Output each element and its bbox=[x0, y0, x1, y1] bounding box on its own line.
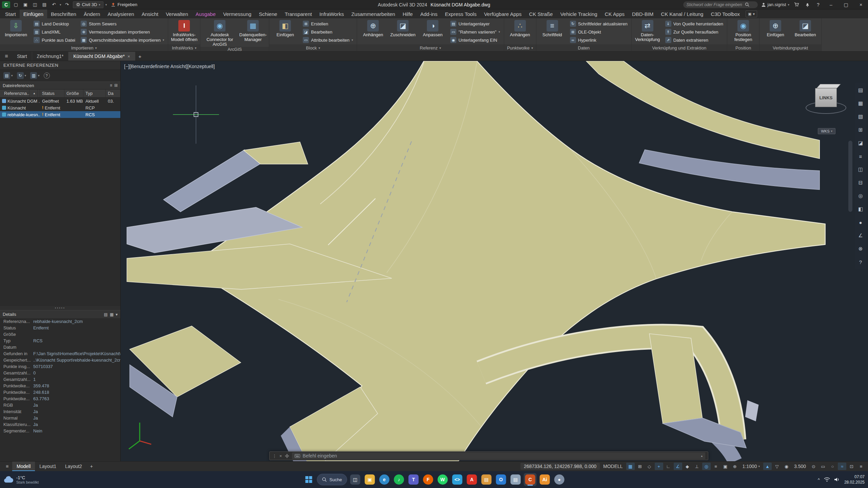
file-tab[interactable]: Küsnacht DGM Abgabe* × bbox=[68, 52, 135, 61]
connection-point-insert-button[interactable]: ⊕ Einfügen bbox=[761, 19, 790, 44]
section-plane-icon[interactable]: ⊗ bbox=[856, 245, 865, 253]
command-history-caret-icon[interactable]: ▴ bbox=[701, 454, 703, 458]
workspace-switching-icon[interactable]: ⊙ bbox=[809, 463, 818, 470]
command-close-icon[interactable]: × bbox=[279, 453, 282, 459]
dynamic-input-toggle[interactable]: + bbox=[655, 463, 663, 470]
named-views-icon[interactable]: ◎ bbox=[856, 192, 865, 200]
arcgis-connector-button[interactable]: ◉ Autodesk Connector for ArcGIS bbox=[202, 19, 237, 47]
taskbar-search-input[interactable]: Suche bbox=[317, 474, 347, 485]
markup-import-icon[interactable]: ◪ bbox=[856, 139, 865, 147]
land-desktop-button[interactable]: ▤Land Desktop bbox=[32, 20, 77, 28]
attach-file-button[interactable]: ▤▾ bbox=[3, 72, 13, 79]
xref-clip-button[interactable]: ◪ Zuschneiden bbox=[389, 19, 417, 44]
ucs-selector[interactable]: WKS ▾ bbox=[818, 128, 835, 134]
frames-vary-dropdown[interactable]: ▭"Rahmen variieren"▾ bbox=[448, 28, 502, 36]
taskbar-app-teams[interactable]: T bbox=[407, 473, 420, 486]
ribbon-tab[interactable]: DBD-BIM bbox=[628, 9, 657, 18]
taskbar-app-outlook[interactable]: O bbox=[494, 473, 507, 486]
qat-customize-caret-icon[interactable]: ▾ bbox=[105, 3, 107, 6]
navigation-bar-ghost[interactable] bbox=[848, 141, 852, 212]
taskbar-app-folder[interactable]: ▤ bbox=[480, 473, 493, 486]
measure-icon[interactable]: ∠ bbox=[856, 231, 865, 240]
data-link-button[interactable]: ⇄ Daten-Verknüpfung bbox=[633, 19, 662, 44]
close-button[interactable]: × bbox=[855, 0, 867, 9]
clean-screen-icon[interactable]: ⊡ bbox=[847, 463, 856, 470]
xref-row[interactable]: Küsnacht !Entfernt RCP bbox=[0, 104, 120, 111]
ribbon-tab[interactable]: Zusammenarbeiten bbox=[348, 9, 399, 18]
annotation-scale-selector[interactable]: 1:1000 ▾ bbox=[740, 464, 762, 469]
ribbon-tab[interactable]: Einfügen bbox=[20, 9, 47, 18]
coordinates-readout[interactable]: 2687334.126, 1242267.988, 0.000 bbox=[520, 463, 600, 470]
panel-label-daten[interactable]: Daten bbox=[536, 44, 631, 51]
ribbon-tab-overflow-button[interactable]: ▣ ▾ bbox=[746, 11, 757, 17]
column-header-name[interactable]: Referenzna...▲ bbox=[0, 89, 40, 97]
attribute-edit-button[interactable]: ▭Attribute bearbeiten▾ bbox=[301, 36, 355, 44]
ribbon-tab[interactable]: CK Straße bbox=[525, 9, 556, 18]
taskbar-app-illustrator[interactable]: Ai bbox=[538, 473, 551, 486]
redo-icon[interactable]: ↷ bbox=[63, 1, 71, 8]
set-location-button[interactable]: ◉ Position festlegen bbox=[729, 19, 757, 44]
xref-row[interactable]: Küsnacht DGM ... !Geöffnet 1.63 MB Aktue… bbox=[0, 98, 120, 104]
command-grip-icon[interactable]: ⋮ bbox=[272, 453, 277, 459]
app-menu-button[interactable]: C bbox=[2, 1, 10, 8]
panel-label-infraworks[interactable]: InfraWorks▾ bbox=[168, 44, 200, 51]
taskbar-app-spotify[interactable]: ♪ bbox=[392, 473, 405, 486]
infraworks-open-button[interactable]: I InfraWorks-Modell öffnen bbox=[170, 19, 198, 44]
new-file-tab-button[interactable]: + bbox=[135, 52, 145, 61]
ribbon-tab[interactable]: Vehicle Tracking bbox=[556, 9, 601, 18]
share-button[interactable]: Freigeben bbox=[109, 2, 139, 7]
layout-tab[interactable]: Layout2 bbox=[61, 462, 86, 471]
details-collapse-icon[interactable]: ▾ bbox=[116, 312, 118, 317]
annotation-monitor-toggle[interactable]: ◉ bbox=[782, 463, 791, 470]
polar-tracking-toggle[interactable]: ∠ bbox=[674, 463, 682, 470]
object-snap-toggle[interactable]: ◎ bbox=[702, 463, 711, 470]
storm-sewers-button[interactable]: ◎Storm Sewers bbox=[79, 20, 166, 28]
taskbar-app-file-explorer[interactable]: ▣ bbox=[363, 473, 376, 486]
save-icon[interactable]: ◫ bbox=[31, 1, 39, 8]
change-path-button[interactable]: ▥▾ bbox=[30, 72, 40, 79]
ribbon-tab[interactable]: Analysieren bbox=[104, 9, 138, 18]
details-preview-icon[interactable]: ▦ bbox=[110, 312, 114, 317]
command-customize-icon[interactable] bbox=[285, 454, 289, 458]
panel-label-verbindungspunkt[interactable]: Verbindungspunkt bbox=[760, 44, 821, 51]
xref-palette-icon[interactable]: ⊞ bbox=[856, 126, 865, 134]
ole-object-button[interactable]: ⊞OLE-Objekt bbox=[568, 28, 630, 36]
3d-surface-model[interactable] bbox=[121, 61, 868, 461]
extract-data-button[interactable]: ⇗Daten extrahieren bbox=[663, 36, 725, 44]
isolate-objects-icon[interactable]: ○ bbox=[828, 463, 837, 470]
file-tab-menu-icon[interactable]: ≡ bbox=[1, 52, 12, 61]
ribbon-tab[interactable]: C3D Toolbox bbox=[707, 9, 744, 18]
properties-palette-icon[interactable]: ▤ bbox=[856, 86, 865, 94]
taskbar-app-vscode[interactable]: <> bbox=[451, 473, 463, 486]
taskbar-app-paint[interactable]: ● bbox=[553, 473, 566, 486]
quick-properties-toggle[interactable]: ▭ bbox=[819, 463, 827, 470]
sheet-set-manager-icon[interactable]: ▧ bbox=[856, 113, 865, 121]
panel-label-importieren[interactable]: Importieren▾ bbox=[0, 44, 168, 51]
file-tab[interactable]: Zeichnung1* × bbox=[32, 52, 69, 61]
ribbon-tab[interactable]: Transparent bbox=[281, 9, 316, 18]
maximize-button[interactable]: ▢ bbox=[840, 0, 852, 9]
xref-adjust-button[interactable]: ◑ Anpassen bbox=[418, 19, 447, 44]
new-file-icon[interactable]: ▢ bbox=[12, 1, 20, 8]
landxml-button[interactable]: ▥LandXML bbox=[32, 28, 77, 36]
ribbon-tab[interactable]: Hilfe bbox=[399, 9, 416, 18]
import-button[interactable]: ⇩ Importieren bbox=[2, 19, 30, 44]
block-edit-button[interactable]: ◪Bearbeiten bbox=[301, 28, 355, 36]
palette-title[interactable]: EXTERNE REFERENZEN bbox=[0, 61, 120, 70]
start-button[interactable] bbox=[302, 473, 315, 486]
details-properties-icon[interactable]: ▤ bbox=[104, 312, 107, 317]
undo-caret-icon[interactable]: ▾ bbox=[60, 3, 61, 6]
command-input[interactable]: Befehl eingeben ▴ bbox=[292, 452, 705, 459]
panel-label-block[interactable]: Block▾ bbox=[269, 44, 357, 51]
palette-help-icon[interactable]: ? bbox=[44, 73, 50, 79]
ribbon-tab[interactable]: Beschriften bbox=[47, 9, 80, 18]
taskbar-app-edge[interactable]: e bbox=[378, 473, 391, 486]
minimize-button[interactable]: – bbox=[825, 0, 837, 9]
tree-view-icon[interactable]: ⊞ bbox=[114, 83, 118, 88]
tool-palettes-icon[interactable]: ▦ bbox=[856, 99, 865, 107]
view-cube-top-face[interactable] bbox=[817, 84, 841, 88]
drawing-viewport[interactable]: [−][Benutzerdefinierte Ansicht][Konzeptu… bbox=[121, 61, 868, 461]
view-cube-face[interactable]: LINKS bbox=[815, 88, 837, 107]
file-tab-close-icon[interactable]: × bbox=[127, 54, 130, 59]
list-view-icon[interactable]: ≡ bbox=[110, 83, 112, 88]
